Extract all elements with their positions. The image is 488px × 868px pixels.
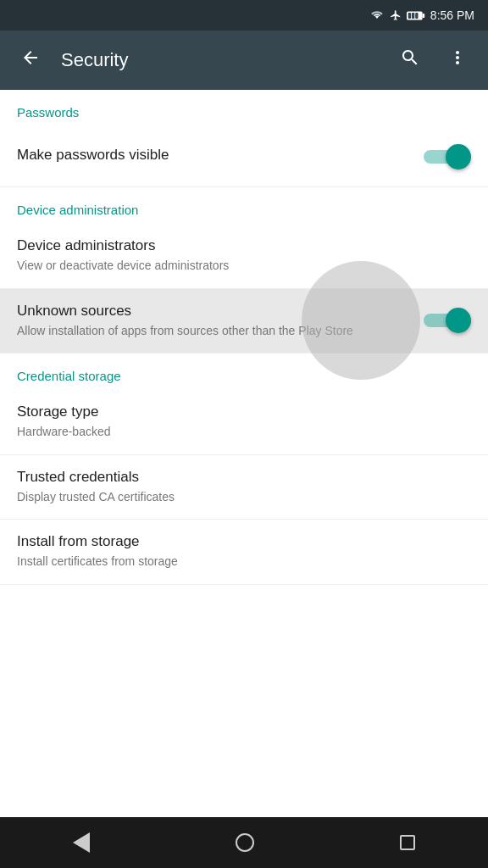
status-icons: 8:56 PM xyxy=(369,8,474,22)
svg-rect-4 xyxy=(422,13,424,17)
setting-subtitle-device-admins: View or deactivate device administrators xyxy=(17,258,458,275)
battery-icon xyxy=(407,10,425,21)
setting-trusted-credentials[interactable]: Trusted credentials Display trusted CA c… xyxy=(0,455,488,520)
setting-subtitle-storage-type: Hardware-backed xyxy=(17,424,458,441)
setting-subtitle-trusted-creds: Display trusted CA certificates xyxy=(17,489,458,506)
more-options-button[interactable] xyxy=(441,41,474,80)
setting-title-device-admins: Device administrators xyxy=(17,237,458,254)
setting-title-passwords: Make passwords visible xyxy=(17,147,410,164)
setting-unknown-sources[interactable]: Unknown sources Allow installation of ap… xyxy=(0,289,488,354)
section-header-passwords: Passwords xyxy=(0,90,488,126)
search-button[interactable] xyxy=(393,41,427,80)
toggle-unknown-sources[interactable] xyxy=(424,308,471,333)
setting-title-trusted-creds: Trusted credentials xyxy=(17,469,458,486)
nav-home-button[interactable] xyxy=(215,825,274,860)
setting-title-storage-type: Storage type xyxy=(17,403,458,420)
toggle-passwords-visible[interactable] xyxy=(424,144,471,170)
nav-recents-button[interactable] xyxy=(380,826,435,859)
setting-storage-type[interactable]: Storage type Hardware-backed xyxy=(0,390,488,455)
airplane-icon xyxy=(390,9,402,21)
setting-subtitle-unknown-sources: Allow installation of apps from sources … xyxy=(17,323,410,340)
content-area: Passwords Make passwords visible Device … xyxy=(0,90,488,817)
section-header-credential-storage: Credential storage xyxy=(0,353,488,390)
setting-subtitle-install-storage: Install certificates from storage xyxy=(17,554,458,570)
svg-rect-3 xyxy=(415,13,418,19)
status-time: 8:56 PM xyxy=(430,8,474,22)
setting-title-install-storage: Install from storage xyxy=(17,533,458,550)
setting-device-administrators[interactable]: Device administrators View or deactivate… xyxy=(0,224,488,289)
back-button[interactable] xyxy=(14,41,47,80)
toggle-thumb-unknown xyxy=(446,308,471,333)
app-bar: Security xyxy=(0,31,488,90)
setting-make-passwords-visible[interactable]: Make passwords visible xyxy=(0,126,488,187)
status-bar: 8:56 PM xyxy=(0,0,488,31)
section-header-device-admin: Device administration xyxy=(0,187,488,224)
setting-title-unknown-sources: Unknown sources xyxy=(17,303,410,320)
nav-bar xyxy=(0,817,488,868)
wifi-icon xyxy=(369,9,385,21)
nav-back-button[interactable] xyxy=(53,824,110,861)
nav-back-icon xyxy=(73,832,90,853)
svg-rect-2 xyxy=(412,13,414,19)
nav-recents-icon xyxy=(400,835,415,850)
page-title: Security xyxy=(61,49,380,71)
nav-home-icon xyxy=(236,833,254,852)
setting-install-from-storage[interactable]: Install from storage Install certificate… xyxy=(0,520,488,585)
svg-rect-1 xyxy=(408,13,411,19)
toggle-thumb xyxy=(446,144,471,170)
